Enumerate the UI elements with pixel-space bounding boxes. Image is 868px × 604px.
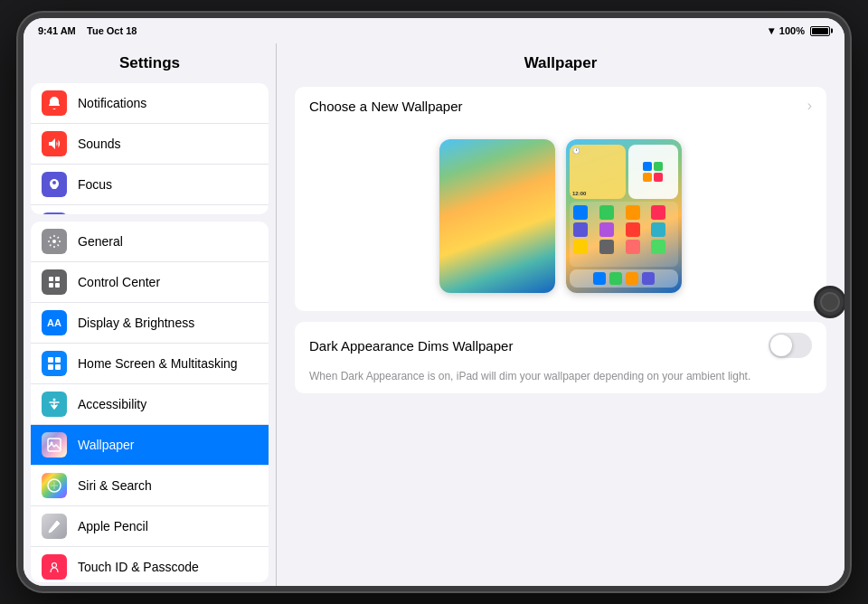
widget-2 — [628, 145, 679, 199]
svg-rect-2 — [49, 277, 53, 281]
general-icon — [42, 229, 67, 254]
focus-icon — [42, 172, 67, 197]
notifications-icon — [42, 90, 67, 116]
widget-1: 🕐 12:00 — [570, 145, 626, 199]
general-label: General — [78, 234, 123, 249]
sidebar-item-home-screen[interactable]: Home Screen & Multitasking — [31, 344, 269, 384]
control-center-icon — [42, 269, 67, 295]
sidebar-item-general[interactable]: General — [31, 222, 269, 262]
home-button-inner — [820, 292, 840, 312]
homescreen-wallpaper: 🕐 12:00 — [566, 139, 682, 293]
dark-appearance-desc: When Dark Appearance is on, iPad will di… — [295, 369, 826, 393]
lockscreen-preview[interactable] — [439, 139, 555, 293]
battery-fill — [812, 28, 828, 34]
siri-label: Siri & Search — [78, 478, 152, 493]
dark-appearance-toggle[interactable] — [769, 333, 812, 358]
touch-id-icon — [42, 554, 67, 580]
sidebar-item-touch-id[interactable]: Touch ID & Passcode — [31, 547, 269, 582]
touch-id-label: Touch ID & Passcode — [78, 560, 199, 574]
main-content: Settings Notifications Sounds — [24, 43, 844, 586]
apple-pencil-icon — [42, 514, 67, 539]
notifications-label: Notifications — [78, 96, 146, 110]
svg-point-14 — [52, 562, 57, 567]
sidebar-item-siri[interactable]: Siri & Search — [31, 466, 269, 506]
sidebar-item-wallpaper[interactable]: Wallpaper — [31, 425, 269, 466]
display-icon: AA — [42, 310, 67, 335]
svg-rect-4 — [49, 283, 53, 288]
wallpaper-icon — [42, 432, 67, 458]
sidebar-item-accessibility[interactable]: Accessibility — [31, 384, 269, 425]
accessibility-label: Accessibility — [78, 397, 146, 411]
svg-rect-8 — [48, 364, 53, 370]
sidebar-section-2: General Control Center AA Display & Brig… — [31, 222, 269, 582]
status-bar: 9:41 AM Tue Oct 18 ▾ 100% — [24, 18, 844, 43]
home-screen-icon — [42, 351, 67, 376]
sounds-icon — [42, 131, 67, 156]
home-screen-label: Home Screen & Multitasking — [78, 356, 238, 371]
sidebar-section-1: Notifications Sounds Focus — [31, 83, 269, 214]
battery-percent: 100% — [779, 25, 805, 36]
toggle-knob — [770, 335, 792, 356]
choose-wallpaper-button[interactable]: Choose a New Wallpaper › — [295, 87, 826, 125]
status-date: Tue Oct 18 — [87, 25, 137, 36]
sidebar-item-notifications[interactable]: Notifications — [31, 83, 269, 124]
wallpaper-preview: 🕐 12:00 — [295, 125, 826, 311]
dark-appearance-label: Dark Appearance Dims Wallpaper — [309, 338, 513, 354]
svg-rect-7 — [55, 357, 61, 363]
sidebar-item-control-center[interactable]: Control Center — [31, 262, 269, 303]
battery-indicator — [810, 26, 830, 36]
focus-label: Focus — [78, 177, 112, 192]
sidebar-item-screen-time[interactable]: Screen Time — [31, 205, 269, 214]
accessibility-icon — [42, 392, 67, 417]
status-time-date: 9:41 AM Tue Oct 18 — [38, 25, 137, 36]
svg-rect-9 — [55, 364, 61, 370]
status-indicators: ▾ 100% — [769, 24, 830, 37]
wallpaper-label: Wallpaper — [78, 438, 135, 452]
dark-appearance-section: Dark Appearance Dims Wallpaper When Dark… — [295, 322, 826, 393]
wifi-icon: ▾ — [769, 24, 774, 37]
wallpaper-section: Choose a New Wallpaper › — [295, 87, 826, 311]
sidebar-item-display[interactable]: AA Display & Brightness — [31, 303, 269, 344]
sidebar-title: Settings — [24, 43, 276, 80]
control-center-label: Control Center — [78, 275, 160, 289]
svg-point-1 — [52, 240, 56, 243]
panel-body: Choose a New Wallpaper › — [277, 80, 844, 586]
svg-rect-5 — [55, 283, 60, 288]
chevron-right-icon: › — [807, 98, 812, 114]
ipad-frame: 9:41 AM Tue Oct 18 ▾ 100% Settings — [18, 13, 850, 591]
screen-time-icon — [42, 212, 67, 214]
sidebar-item-focus[interactable]: Focus — [31, 165, 269, 205]
dark-appearance-row: Dark Appearance Dims Wallpaper — [295, 322, 826, 369]
status-time: 9:41 AM — [38, 25, 76, 36]
panel-title: Wallpaper — [277, 43, 844, 80]
lockscreen-wallpaper — [439, 139, 555, 293]
right-panel: Wallpaper Choose a New Wallpaper › — [277, 43, 844, 586]
sounds-label: Sounds — [78, 137, 120, 151]
sidebar-item-sounds[interactable]: Sounds — [31, 124, 269, 165]
widget-row-1: 🕐 12:00 — [570, 145, 678, 199]
svg-rect-3 — [55, 277, 60, 281]
svg-point-10 — [53, 398, 56, 401]
home-button[interactable] — [814, 286, 846, 318]
battery-bar — [810, 26, 830, 36]
sidebar: Settings Notifications Sounds — [24, 43, 277, 586]
sidebar-item-apple-pencil[interactable]: Apple Pencil — [31, 506, 269, 547]
homescreen-overlay: 🕐 12:00 — [566, 139, 682, 293]
svg-rect-6 — [48, 357, 53, 363]
apple-pencil-label: Apple Pencil — [78, 519, 148, 533]
homescreen-preview[interactable]: 🕐 12:00 — [566, 139, 682, 293]
choose-wallpaper-label: Choose a New Wallpaper — [309, 99, 463, 114]
display-label: Display & Brightness — [78, 316, 194, 330]
siri-icon — [42, 473, 67, 498]
